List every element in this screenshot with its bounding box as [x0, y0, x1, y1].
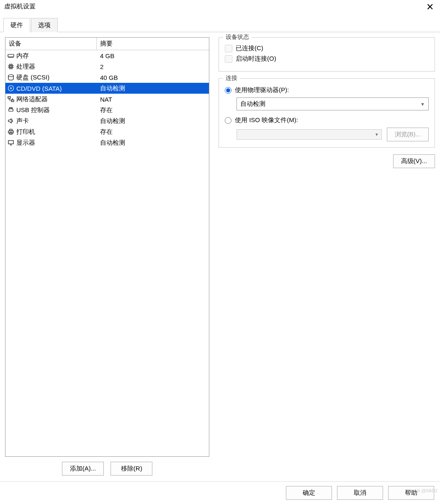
table-row[interactable]: 处理器2 [5, 61, 209, 72]
table-row[interactable]: 打印机存在 [5, 126, 209, 137]
input-iso-path[interactable]: ▾ [237, 129, 382, 140]
svg-point-3 [8, 75, 13, 77]
svg-rect-11 [10, 129, 12, 131]
device-summary: 存在 [97, 106, 209, 114]
label-connected: 已连接(C) [236, 44, 263, 52]
device-summary: 2 [97, 63, 209, 70]
remove-button[interactable]: 移除(R) [111, 462, 152, 476]
svg-rect-1 [9, 65, 13, 68]
add-button[interactable]: 添加(A)... [62, 462, 104, 476]
svg-point-5 [10, 88, 12, 89]
device-summary: 40 GB [97, 74, 209, 81]
table-row[interactable]: 显示器自动检测 [5, 137, 209, 148]
table-row[interactable]: 硬盘 (SCSI)40 GB [5, 72, 209, 83]
device-summary: 自动检测 [97, 84, 209, 92]
device-label: 处理器 [16, 63, 35, 71]
label-connect-poweron: 启动时连接(O) [236, 55, 276, 63]
svg-rect-9 [10, 107, 12, 109]
cpu-icon [7, 63, 15, 70]
tab-options[interactable]: 选项 [31, 18, 58, 32]
group-title-status: 设备状态 [223, 33, 252, 41]
device-summary: 自动检测 [97, 139, 209, 147]
device-label: 显示器 [16, 139, 35, 147]
header-device[interactable]: 设备 [5, 38, 97, 50]
tab-bar: 硬件 选项 [0, 14, 440, 32]
checkbox-connected[interactable] [225, 45, 232, 52]
table-row[interactable]: 内存4 GB [5, 50, 209, 61]
window-title: 虚拟机设置 [4, 3, 36, 10]
tab-hardware[interactable]: 硬件 [3, 18, 30, 32]
cancel-button[interactable]: 取消 [337, 486, 383, 500]
device-label: 内存 [16, 52, 29, 60]
table-row[interactable]: CD/DVD (SATA)自动检测 [5, 83, 209, 94]
device-label: USB 控制器 [16, 106, 50, 114]
device-summary: 自动检测 [97, 117, 209, 125]
footer: 确定 取消 帮助 [0, 481, 440, 504]
device-label: 声卡 [16, 117, 29, 125]
cd-icon [7, 84, 15, 92]
sound-icon [7, 117, 15, 125]
label-iso: 使用 ISO 映像文件(M): [235, 116, 298, 124]
svg-rect-6 [8, 97, 10, 98]
printer-icon [7, 128, 15, 136]
watermark: N @IIAD2 [417, 488, 437, 493]
svg-rect-2 [10, 66, 12, 67]
group-title-connection: 连接 [223, 74, 240, 82]
svg-point-4 [8, 86, 14, 91]
device-summary: 4 GB [97, 52, 209, 59]
device-label: CD/DVD (SATA) [16, 85, 62, 92]
usb-icon [7, 106, 15, 114]
label-physical: 使用物理驱动器(P): [235, 86, 289, 94]
device-label: 硬盘 (SCSI) [16, 74, 49, 82]
table-row[interactable]: 网络适配器NAT [5, 94, 209, 105]
titlebar: 虚拟机设置 ✕ [0, 0, 440, 14]
ok-button[interactable]: 确定 [286, 486, 332, 500]
svg-rect-0 [8, 54, 14, 57]
radio-physical[interactable] [225, 87, 232, 94]
device-label: 网络适配器 [16, 95, 48, 103]
memory-icon [7, 52, 15, 59]
group-device-status: 设备状态 已连接(C) 启动时连接(O) [219, 37, 435, 72]
close-icon[interactable]: ✕ [424, 3, 436, 12]
chevron-down-icon: ▼ [420, 102, 425, 107]
device-label: 打印机 [16, 128, 35, 136]
radio-iso[interactable] [225, 117, 232, 124]
display-icon [7, 139, 15, 146]
select-physical-drive[interactable]: 自动检测 ▼ [237, 97, 429, 110]
browse-button[interactable]: 浏览(B)... [387, 128, 429, 141]
table-row[interactable]: USB 控制器存在 [5, 105, 209, 115]
device-summary: NAT [97, 96, 209, 103]
svg-rect-13 [8, 141, 13, 144]
device-summary: 存在 [97, 128, 209, 136]
group-connection: 连接 使用物理驱动器(P): 自动检测 ▼ 使用 ISO 映像文件(M): [219, 78, 435, 148]
svg-rect-7 [11, 100, 14, 102]
device-table: 设备 摘要 内存4 GB处理器2硬盘 (SCSI)40 GBCD/DVD (SA… [5, 37, 209, 457]
svg-rect-8 [9, 109, 13, 111]
header-summary[interactable]: 摘要 [97, 38, 209, 50]
select-physical-value: 自动检测 [240, 100, 265, 108]
table-row[interactable]: 声卡自动检测 [5, 115, 209, 126]
chevron-down-icon: ▾ [376, 132, 378, 137]
checkbox-connect-poweron[interactable] [225, 55, 232, 63]
network-icon [7, 95, 15, 103]
disk-icon [7, 74, 15, 81]
advanced-button[interactable]: 高级(V)... [393, 154, 435, 168]
